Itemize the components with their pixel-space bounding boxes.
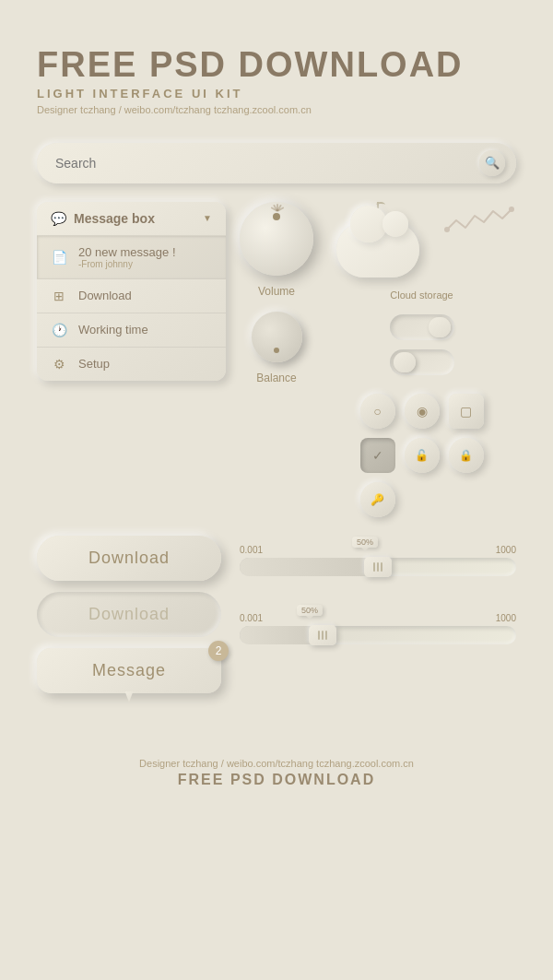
settings-icon: ⚙ [51, 357, 67, 372]
menu-item-working[interactable]: 🕐 Working time [37, 313, 226, 348]
footer-title: FREE PSD DOWNLOAD [37, 772, 516, 788]
toggle-switch-2[interactable] [390, 349, 454, 375]
volume-label: Volume [258, 285, 295, 298]
slider-2-percent: 50% [297, 605, 323, 616]
toggle-knob-2 [394, 352, 416, 372]
toggle-knob-1 [429, 317, 451, 337]
lock-btn-2[interactable]: 🔒 [449, 438, 484, 473]
slider-1-min: 0.001 [240, 545, 263, 555]
square-btn-2[interactable]: ✓ [360, 438, 395, 473]
search-button[interactable]: 🔍 [479, 150, 505, 176]
footer-designer: Designer tczhang / weibo.com/tczhang tcz… [37, 758, 516, 769]
search-icon: 🔍 [485, 156, 500, 170]
slider-1-fill [240, 558, 378, 576]
footer: Designer tczhang / weibo.com/tczhang tcz… [37, 739, 516, 788]
cloud-storage-section: Cloud storage [327, 202, 516, 301]
slider-1-labels: 0.001 1000 [240, 545, 516, 555]
slider-1-container: 0.001 1000 50% [240, 545, 516, 576]
icons-grid: ○ ◉ ▢ ✓ 🔓 🔒 🔑 [360, 394, 484, 517]
slider-2-thumb-lines [318, 631, 327, 640]
download-button-2[interactable]: Download [37, 592, 221, 637]
cloud-shape [336, 222, 419, 277]
balance-section: Balance [252, 312, 302, 384]
search-bar: 🔍 [37, 143, 516, 183]
knobs-section: Volume Balance [240, 202, 313, 384]
cloud-icon-container [327, 202, 429, 285]
menu-item-download-label: Download [78, 289, 132, 302]
radio-empty-icon: ○ [373, 404, 381, 419]
lock-btn-3[interactable]: 🔑 [360, 482, 395, 517]
lock-alt-icon: 🔑 [371, 493, 384, 506]
search-input[interactable] [55, 156, 479, 171]
square-btn-1[interactable]: ▢ [449, 394, 484, 429]
thumb-line [377, 562, 379, 572]
buttons-column: Download Download Message 2 [37, 536, 221, 693]
svg-point-0 [444, 227, 450, 232]
radio-btn-1[interactable]: ○ [360, 394, 395, 429]
sliders-column: 0.001 1000 50% [240, 536, 516, 644]
message-icon: 💬 [51, 211, 66, 226]
header: FREE PSD DOWNLOAD LIGHT INTERFACE UI KIT… [37, 46, 516, 115]
page-wrapper: FREE PSD DOWNLOAD LIGHT INTERFACE UI KIT… [0, 0, 553, 980]
menu-item-working-label: Working time [78, 323, 148, 337]
message-menu: 💬 Message box ▼ 📄 20 new message ! -From… [37, 202, 226, 381]
bottom-section: Download Download Message 2 0.001 1000 [37, 536, 516, 693]
menu-header[interactable]: 💬 Message box ▼ [37, 202, 226, 236]
menu-item-download[interactable]: ⊞ Download [37, 279, 226, 313]
slider-2-container: 0.001 1000 50% [240, 613, 516, 644]
slider-2-max: 1000 [496, 613, 516, 623]
thumb-line [373, 562, 375, 572]
thumb-line [325, 631, 327, 640]
grid-icon: ⊞ [51, 289, 67, 303]
menu-container: 💬 Message box ▼ 📄 20 new message ! -From… [37, 202, 226, 381]
thumb-line [318, 631, 320, 640]
svg-point-1 [509, 207, 514, 212]
header-subtitle: LIGHT INTERFACE UI KIT [37, 87, 516, 100]
balance-label: Balance [256, 372, 296, 384]
slider-2-thumb[interactable]: 50% [309, 625, 336, 645]
volume-section: Volume [240, 202, 313, 298]
menu-item-setup[interactable]: ⚙ Setup [37, 348, 226, 381]
slider-1-thumb[interactable]: 50% [364, 557, 392, 577]
radio-filled-icon: ◉ [417, 404, 428, 419]
slider-1-percent: 50% [352, 537, 378, 548]
slider-2-track[interactable]: 50% [240, 626, 516, 644]
wavy-decoration [442, 202, 516, 243]
message-button[interactable]: Message [37, 648, 221, 693]
lock-closed-icon: 🔒 [459, 449, 473, 462]
middle-section: 💬 Message box ▼ 📄 20 new message ! -From… [37, 202, 516, 517]
page-title: FREE PSD DOWNLOAD [37, 46, 516, 85]
radio-btn-2[interactable]: ◉ [405, 394, 440, 429]
lock-btn-1[interactable]: 🔓 [405, 438, 440, 473]
toggles-section [390, 314, 454, 375]
thumb-line [322, 631, 324, 640]
cloud-storage-label: Cloud storage [390, 289, 453, 301]
slider-2-labels: 0.001 1000 [240, 613, 516, 623]
slider-2-min: 0.001 [240, 613, 263, 623]
menu-item-message[interactable]: 📄 20 new message ! -From johnny [37, 236, 226, 279]
menu-header-label: Message box [74, 211, 155, 226]
slider-1-max: 1000 [496, 545, 516, 555]
lock-open-icon: 🔓 [415, 449, 429, 462]
header-designer: Designer tczhang / weibo.com/tczhang tcz… [37, 104, 516, 115]
toggle-switch-1[interactable] [390, 314, 454, 340]
square-icon: ▢ [460, 404, 472, 419]
menu-arrow-icon: ▼ [203, 213, 212, 223]
right-controls-col: Cloud storage ○ ◉ ▢ [327, 202, 516, 517]
menu-item-text: 20 new message ! -From johnny [78, 245, 176, 269]
document-icon: 📄 [51, 250, 67, 265]
download-button-1[interactable]: Download [37, 536, 221, 581]
message-button-wrap: Message 2 [37, 648, 221, 693]
menu-item-setup-label: Setup [78, 357, 110, 371]
slider-1-track[interactable]: 50% [240, 558, 516, 576]
balance-knob[interactable] [252, 312, 302, 362]
thumb-line [381, 562, 382, 572]
volume-knob[interactable] [240, 202, 313, 276]
cloud-hook [376, 202, 385, 207]
clock-icon: 🕐 [51, 323, 67, 337]
slider-thumb-lines [373, 562, 382, 572]
checkmark-icon: ✓ [372, 448, 383, 463]
message-badge: 2 [208, 641, 229, 661]
